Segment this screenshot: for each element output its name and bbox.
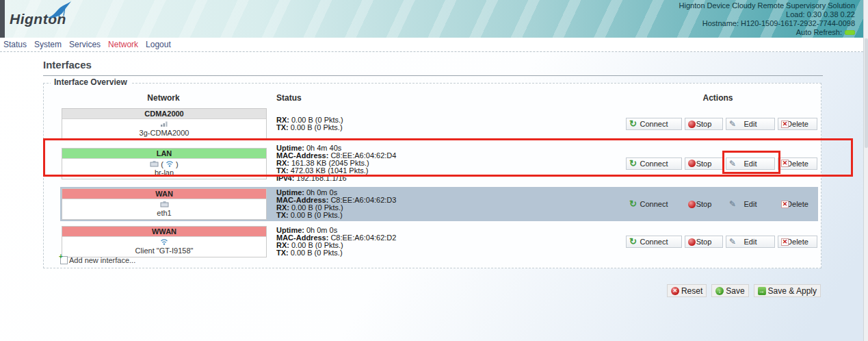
- actions-cell: ↻Connect Stop ✎Edit ✕Delete: [618, 198, 818, 210]
- network-badge-cdma2000: CDMA2000 3g-CDMA2000: [62, 108, 267, 140]
- actions-cell: ↻Connect Stop ✎Edit ✕Delete: [618, 157, 818, 170]
- status-value: 0.00 B (0 Pkts.): [291, 249, 343, 257]
- delete-icon: ✕: [781, 160, 789, 167]
- save-apply-icon: →: [758, 287, 766, 295]
- delete-icon: ✕: [781, 121, 789, 128]
- auto-refresh-label: Auto Refresh:: [796, 28, 842, 37]
- reconnect-icon: ↻: [629, 238, 637, 245]
- delete-button-lan[interactable]: ✕Delete: [778, 157, 817, 170]
- delete-button-wan[interactable]: ✕Delete: [778, 198, 817, 210]
- delete-button[interactable]: ✕Delete: [778, 118, 817, 130]
- nav-item-services[interactable]: Services: [69, 40, 101, 49]
- hostname: Hostname: H120-1509-1617-2932-7744-0098: [679, 19, 855, 28]
- column-header-network: Network: [60, 93, 267, 103]
- stop-icon: [688, 238, 696, 246]
- table-row-wan: WAN eth1 Uptime:0h 0m 0s MAC-Address:: [60, 187, 818, 221]
- edit-icon: ✎: [729, 121, 736, 127]
- delete-icon: ✕: [781, 201, 789, 208]
- connect-button-wwan[interactable]: ↻Connect: [626, 236, 682, 248]
- table-row-wwan: WWAN Client "GT-I9158" Uptim: [60, 226, 818, 257]
- product-title: Hignton Device Cloudy Remote Supervisory…: [679, 1, 855, 10]
- network-badge-wan: WAN eth1: [62, 188, 267, 220]
- nav-item-system[interactable]: System: [34, 40, 62, 49]
- header-system-info: Hignton Device Cloudy Remote Supervisory…: [679, 1, 855, 37]
- edit-icon: ✎: [729, 160, 736, 167]
- status-value: 0.00 B (0 Pkts.): [291, 123, 343, 131]
- network-badge-lan: LAN (: [62, 148, 267, 179]
- status-label: TX:: [276, 249, 291, 257]
- scrollbar-thumb[interactable]: [865, 38, 868, 148]
- connect-button-lan[interactable]: ↻Connect: [626, 157, 682, 170]
- save-apply-button[interactable]: →Save & Apply: [754, 284, 821, 297]
- stop-button-wan[interactable]: Stop: [685, 198, 723, 210]
- edit-button-wan[interactable]: ✎Edit: [726, 198, 775, 210]
- interfaces-table: Network Status Actions CDMA2000 3: [60, 93, 818, 262]
- add-new-interface-link[interactable]: Add new interface...: [60, 256, 135, 264]
- table-row-cdma2000: CDMA2000 3g-CDMA2000 RX:0.00 B (0 Pkts.): [60, 108, 818, 140]
- network-name: LAN: [62, 149, 266, 159]
- antelope-logo-icon: [45, 1, 73, 20]
- wifi-icon: [160, 238, 168, 245]
- connect-button-wan[interactable]: ↻Connect: [626, 198, 682, 210]
- auto-refresh-toggle[interactable]: [845, 30, 855, 35]
- nav-item-logout[interactable]: Logout: [146, 40, 171, 49]
- status-value: 192.168.1.1/16: [296, 174, 346, 182]
- save-button[interactable]: ↓Save: [711, 284, 748, 297]
- status-cell: RX:0.00 B (0 Pkts.) TX:0.00 B (0 Pkts.): [267, 116, 618, 131]
- ethernet-icon: [150, 160, 159, 167]
- footer-actions: ✕Reset ↓Save →Save & Apply: [667, 284, 821, 297]
- interface-name: br-lan: [62, 168, 266, 177]
- title-divider: [43, 75, 823, 76]
- edit-button-lan[interactable]: ✎Edit: [726, 157, 775, 170]
- main-nav: Status System Services Network Logout: [0, 38, 863, 52]
- column-header-actions: Actions: [618, 93, 818, 103]
- table-header-row: Network Status Actions: [60, 93, 818, 105]
- stop-icon: [688, 121, 696, 128]
- stop-icon: [688, 160, 696, 167]
- vertical-scrollbar[interactable]: [863, 0, 868, 341]
- nav-item-status[interactable]: Status: [3, 40, 27, 49]
- brand-logo: Hignton: [10, 11, 66, 27]
- ethernet-icon: [160, 201, 169, 207]
- save-icon: ↓: [715, 287, 724, 295]
- column-header-status: Status: [267, 93, 618, 103]
- reconnect-icon: ↻: [629, 160, 637, 167]
- stop-button-wwan[interactable]: Stop: [685, 236, 723, 248]
- edit-icon: ✎: [729, 201, 736, 207]
- add-new-interface-label: Add new interface...: [69, 256, 135, 264]
- table-row-lan: LAN (: [60, 144, 818, 182]
- delete-icon: ✕: [781, 238, 789, 246]
- wifi-icon: [166, 160, 174, 167]
- reset-button[interactable]: ✕Reset: [667, 284, 707, 297]
- interface-name: eth1: [62, 209, 266, 217]
- edit-button-wwan[interactable]: ✎Edit: [726, 236, 775, 248]
- status-value: 0.00 B (0 Pkts.): [291, 211, 343, 219]
- bridge-paren: ): [176, 160, 179, 168]
- nav-item-network[interactable]: Network: [108, 40, 138, 49]
- status-cell: Uptime:0h 0m 0s MAC-Address:C8:EE:A6:04:…: [267, 227, 618, 257]
- add-page-icon: [60, 256, 68, 264]
- network-name: CDMA2000: [62, 109, 266, 119]
- reconnect-icon: ↻: [629, 201, 637, 207]
- interface-name: Client "GT-I9158": [62, 247, 266, 255]
- header-banner: Hignton Hignton Device Cloudy Remote Sup…: [0, 0, 863, 38]
- stop-button[interactable]: Stop: [685, 118, 723, 130]
- status-label: TX:: [276, 211, 291, 219]
- connect-button[interactable]: ↻Connect: [626, 118, 682, 130]
- delete-button-wwan[interactable]: ✕Delete: [778, 236, 817, 248]
- edit-button[interactable]: ✎Edit: [726, 118, 775, 130]
- interface-name: 3g-CDMA2000: [62, 129, 266, 137]
- cellular-modem-icon: [160, 121, 168, 127]
- status-label: TX:: [276, 123, 291, 131]
- bridge-paren: (: [161, 160, 163, 168]
- status-label: IPv4:: [276, 174, 296, 182]
- actions-cell: ↻Connect Stop ✎Edit ✕Delete: [618, 236, 818, 248]
- reset-icon: ✕: [671, 287, 679, 295]
- stop-button-lan[interactable]: Stop: [685, 157, 723, 170]
- edit-icon: ✎: [729, 238, 736, 245]
- actions-cell: ↻Connect Stop ✎Edit ✕Delete: [618, 118, 818, 130]
- stop-icon: [688, 201, 696, 208]
- load-average: Load: 0.30 0.38 0.22: [679, 10, 855, 19]
- router-admin-screen: Hignton Hignton Device Cloudy Remote Sup…: [0, 0, 868, 341]
- page-title: Interfaces: [43, 59, 92, 71]
